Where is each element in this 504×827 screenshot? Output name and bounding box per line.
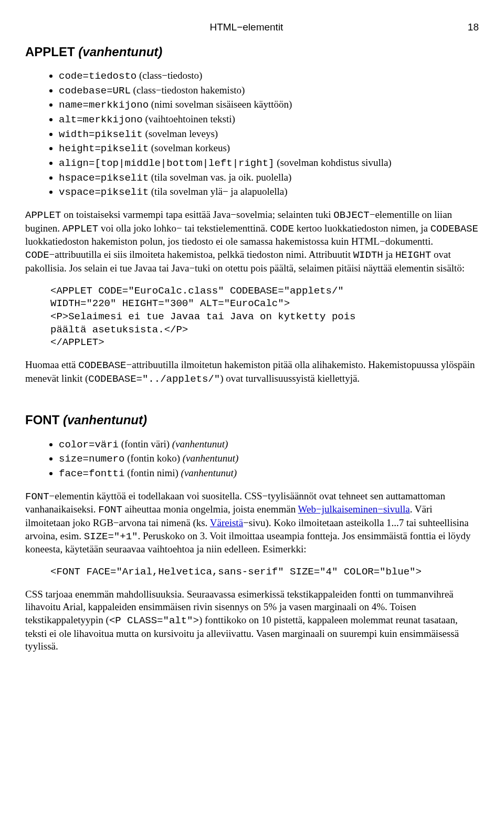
applet-code-example: <APPLET CODE="EuroCalc.class" CODEBASE="… xyxy=(25,285,479,349)
list-item: alt=merkkijono (vaihtoehtoinen teksti) xyxy=(59,113,479,127)
list-item: vspace=pikselit (tila sovelman ylä− ja a… xyxy=(59,185,479,199)
list-item: code=tiedosto (class−tiedosto) xyxy=(59,69,479,83)
applet-heading-name: APPLET xyxy=(25,45,75,59)
font-heading-deprecated: (vanhentunut) xyxy=(63,413,147,427)
list-item: face=fontti (fontin nimi) (vanhentunut) xyxy=(59,467,479,480)
list-item: codebase=URL (class−tiedoston hakemisto) xyxy=(59,84,479,98)
page-number: 18 xyxy=(468,21,479,34)
font-paragraph-2: CSS tarjoaa enemmän mahdollisuuksia. Seu… xyxy=(25,588,479,653)
list-item: height=pikselit (sovelman korkeus) xyxy=(59,142,479,155)
list-item: name=merkkijono (nimi sovelman sisäiseen… xyxy=(59,98,479,112)
font-paragraph-1: FONT−elementin käyttöä ei todellakaan vo… xyxy=(25,490,479,556)
font-heading-name: FONT xyxy=(25,413,59,427)
web-publishing-link[interactable]: Web−julkaiseminen−sivulla xyxy=(298,504,410,515)
applet-paragraph-1: APPLET on toistaiseksi varmempi tapa esi… xyxy=(25,208,479,275)
list-item: width=pikselit (sovelman leveys) xyxy=(59,128,479,141)
list-item: align=[top|middle|bottom|left|right] (so… xyxy=(59,156,479,170)
applet-heading: APPLET (vanhentunut) xyxy=(25,44,479,60)
list-item: color=väri (fontin väri) (vanhentunut) xyxy=(59,438,479,452)
applet-heading-deprecated: (vanhentunut) xyxy=(78,45,162,59)
applet-attr-list: code=tiedosto (class−tiedosto) codebase=… xyxy=(25,69,479,199)
list-item: hspace=pikselit (tila sovelman vas. ja o… xyxy=(59,171,479,185)
applet-paragraph-2: Huomaa että CODEBASE−attribuutilla ilmoi… xyxy=(25,359,479,385)
font-code-example: <FONT FACE="Arial,Helvetica,sans-serif" … xyxy=(25,566,479,579)
doc-title: HTML−elementit xyxy=(209,21,283,34)
page-header: HTML−elementit 18 xyxy=(25,21,479,34)
font-heading: FONT (vanhentunut) xyxy=(25,412,479,428)
list-item: size=numero (fontin koko) (vanhentunut) xyxy=(59,452,479,466)
colors-link[interactable]: Väreistä xyxy=(210,517,243,528)
font-attr-list: color=väri (fontin väri) (vanhentunut) s… xyxy=(25,438,479,480)
